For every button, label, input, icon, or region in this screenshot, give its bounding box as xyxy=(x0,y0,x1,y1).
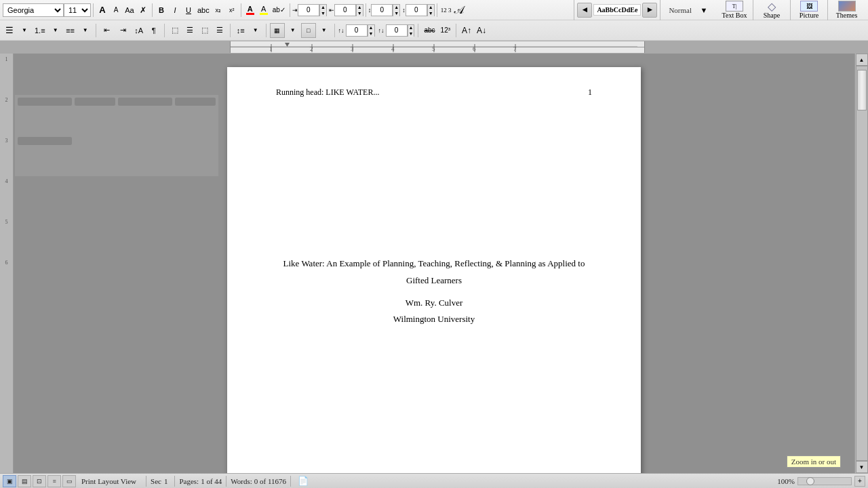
italic-button[interactable]: I xyxy=(168,3,182,17)
title-line1[interactable]: Like Water: An Example of Planning, Teac… xyxy=(283,257,585,271)
text-effect-button[interactable]: abc xyxy=(422,24,437,37)
status-view-icons: ▣ ▤ ⊡ ≡ ▭ xyxy=(3,475,76,487)
align-right-button[interactable]: ⬚ xyxy=(198,24,212,37)
superscript-button[interactable]: x² xyxy=(225,3,239,17)
bold-button[interactable]: B xyxy=(155,3,168,17)
zoom-in-button[interactable]: + xyxy=(854,476,865,487)
shape-label: Shape xyxy=(764,12,780,19)
line-spacing-button[interactable]: ↕≡ xyxy=(234,24,248,37)
bullets-button[interactable]: ☰ xyxy=(3,24,16,37)
big-A-button[interactable]: 𝒜 xyxy=(452,3,466,17)
line-spacing-dropdown[interactable]: ▼ xyxy=(249,24,262,37)
border-dropdown[interactable]: ▼ xyxy=(317,24,331,37)
full-reading-icon[interactable]: ▤ xyxy=(18,475,31,487)
font-name-select[interactable]: Georgia xyxy=(3,3,64,17)
status-sep1 xyxy=(146,476,146,487)
increase-indent-button[interactable]: ⇥ xyxy=(116,23,131,38)
indent-input2[interactable]: 0 xyxy=(334,4,356,16)
document-page[interactable]: Running head: LIKE WATER... 1 Like Water… xyxy=(227,67,641,473)
picture-label: Picture xyxy=(800,12,818,19)
font-color-A: A xyxy=(246,5,254,15)
outline-icon[interactable]: ≡ xyxy=(47,475,61,487)
clear-format-button[interactable]: ✗ xyxy=(136,3,150,17)
row2-spacing-input2[interactable] xyxy=(386,24,408,37)
scroll-down-button[interactable]: ▼ xyxy=(856,461,868,473)
document-view-icon[interactable]: 📄 xyxy=(298,476,309,487)
sort-button[interactable]: ↕A xyxy=(132,24,146,37)
format-paint-button[interactable]: ab✓ xyxy=(271,3,288,17)
textbox-insert-button[interactable]: T| Text Box xyxy=(716,0,753,20)
strikethrough-button[interactable]: abc xyxy=(195,3,212,17)
sep3 xyxy=(241,3,241,17)
shape-insert-button[interactable]: ◇ Shape xyxy=(753,0,791,20)
subscript-button[interactable]: x₂ xyxy=(212,3,225,17)
underline-button[interactable]: U xyxy=(182,3,195,17)
indent-arrows2[interactable]: ▲▼ xyxy=(356,4,363,16)
canvas-area[interactable]: Running head: LIKE WATER... 1 Like Water… xyxy=(14,54,854,473)
ruler-mark-1: 1 xyxy=(0,55,13,96)
svg-text:6: 6 xyxy=(473,45,476,52)
style-panel: Normal ▼ xyxy=(660,0,716,20)
title-line2[interactable]: Gifted Learners xyxy=(406,274,462,288)
web-layout-icon[interactable]: ⊡ xyxy=(33,475,46,487)
numbering-button[interactable]: 1.≡ xyxy=(33,24,47,37)
indent-label2: ⇤ xyxy=(329,7,334,14)
spacing-arrows1[interactable]: ▲▼ xyxy=(393,4,400,16)
text-number-button[interactable]: 12³ xyxy=(439,24,452,37)
align-left-button[interactable]: ⬚ xyxy=(168,24,182,37)
numbering-dropdown[interactable]: ▼ xyxy=(49,24,62,37)
indent-arrows1[interactable]: ▲▼ xyxy=(319,4,327,16)
text-grow-button[interactable]: A↑ xyxy=(460,24,473,37)
scroll-track[interactable] xyxy=(856,66,868,461)
style-name: Normal xyxy=(666,5,694,15)
bullet-dropdown[interactable]: ▼ xyxy=(18,24,31,37)
sep5 xyxy=(366,3,366,17)
row2-spacing-input1[interactable] xyxy=(346,24,368,37)
font-color-button[interactable]: A xyxy=(243,3,257,17)
row2-spacing-label2: ↑↓ xyxy=(378,27,384,34)
shading-button[interactable]: ▦ xyxy=(270,23,285,38)
align-justify-button[interactable]: ☰ xyxy=(213,24,226,37)
shading-dropdown[interactable]: ▼ xyxy=(286,24,300,37)
change-styles-button[interactable]: ▼ xyxy=(697,3,711,17)
border-button[interactable]: □ xyxy=(301,23,316,38)
textbox-icon: T| xyxy=(726,1,743,12)
row2-spacing-combo2: ▲▼ xyxy=(386,24,415,37)
prev-nav-button[interactable]: ◄ xyxy=(577,3,592,18)
draft-icon[interactable]: ▭ xyxy=(62,475,76,487)
toolbar-container: Georgia 11 A A Aa ✗ B I U abc x₂ x² A A xyxy=(0,0,868,41)
decrease-indent-button[interactable]: ⇤ xyxy=(100,23,115,38)
print-layout-icon[interactable]: ▣ xyxy=(3,475,16,487)
zoom-tooltip: Zoom in or out xyxy=(787,455,841,468)
show-format-button[interactable]: ¶ xyxy=(147,24,161,37)
main-area: 1 2 3 4 5 6 Running head: LIKE WATER... … xyxy=(0,54,868,473)
left-sidebar: 1 2 3 4 5 6 xyxy=(0,54,14,473)
next-nav-button[interactable]: ► xyxy=(642,3,657,18)
scroll-up-button[interactable]: ▲ xyxy=(856,54,868,66)
align-center-button[interactable]: ☰ xyxy=(183,24,197,37)
zoom-value: 100% xyxy=(777,477,795,485)
themes-button[interactable]: Themes xyxy=(828,0,865,20)
change-case-button[interactable]: Aa xyxy=(123,3,136,17)
sep11 xyxy=(334,24,335,37)
shrink-font-button[interactable]: A xyxy=(109,3,123,17)
scroll-thumb[interactable] xyxy=(857,70,867,110)
indent-input1[interactable]: 0 xyxy=(298,4,319,16)
author-line: Wm. Ry. Culver xyxy=(406,296,463,310)
multilevel-dropdown[interactable]: ▼ xyxy=(79,24,92,37)
textbox-label: Text Box xyxy=(722,12,747,19)
row2-spacing-arrows2[interactable]: ▲▼ xyxy=(408,24,415,37)
zoom-slider[interactable] xyxy=(797,477,852,485)
spacing-arrows2[interactable]: ▲▼ xyxy=(427,4,435,16)
text-shrink-button[interactable]: A↓ xyxy=(475,24,488,37)
ruler-mark-4: 4 xyxy=(0,177,13,218)
spacing-input1[interactable] xyxy=(371,4,393,16)
row2-spacing-arrows1[interactable]: ▲▼ xyxy=(368,24,375,37)
page-body[interactable]: Like Water: An Example of Planning, Teac… xyxy=(276,257,592,327)
picture-insert-button[interactable]: 🖼 Picture xyxy=(791,0,828,20)
highlight-button[interactable]: A xyxy=(257,3,271,17)
spacing-input2[interactable] xyxy=(406,4,427,16)
font-size-select[interactable]: 11 xyxy=(64,3,91,17)
multilevel-button[interactable]: ≡≡ xyxy=(64,24,77,37)
grow-font-button[interactable]: A xyxy=(96,3,109,17)
